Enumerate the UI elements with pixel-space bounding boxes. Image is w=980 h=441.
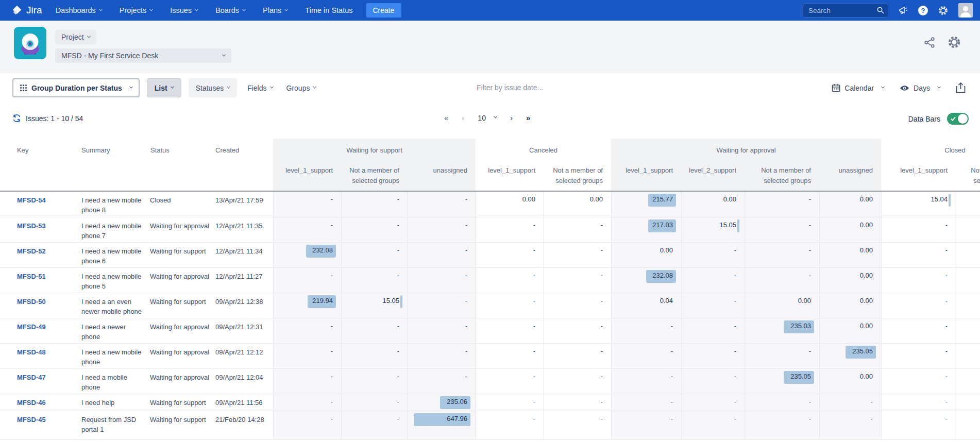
search-input[interactable]	[803, 4, 888, 18]
nav-item-boards[interactable]: Boards	[215, 6, 245, 14]
duration-value: -	[533, 246, 535, 254]
duration-cell: -	[273, 344, 341, 368]
duration-value: -	[601, 322, 603, 330]
issue-key-link[interactable]: MFSD-51	[17, 273, 46, 280]
duration-value: -	[601, 372, 603, 380]
duration-cell: -	[544, 411, 611, 439]
issue-key-link[interactable]: MFSD-49	[17, 323, 46, 331]
column-header-summary: Summary	[77, 139, 146, 191]
duration-value: 217.03	[652, 221, 673, 229]
filter-button-groups[interactable]: Groups	[283, 78, 319, 97]
duration-cell: -	[341, 318, 408, 343]
pagination-prev-button[interactable]: ‹	[462, 113, 464, 122]
chevron-down-icon	[881, 85, 885, 89]
duration-cell: -	[476, 411, 544, 439]
duration-cell	[956, 268, 980, 293]
nav-item-dashboards[interactable]: Dashboards	[56, 6, 102, 14]
duration-cell: -	[408, 344, 476, 368]
help-icon[interactable]: ?	[918, 6, 928, 15]
duration-value: 232.08	[312, 246, 333, 254]
export-icon[interactable]	[956, 82, 966, 93]
pagination-last-button[interactable]: »	[526, 113, 530, 122]
jira-logo[interactable]: Jira	[11, 5, 42, 16]
filter-button-statuses[interactable]: Statuses	[189, 78, 237, 97]
nav-item-projects[interactable]: Projects	[120, 6, 153, 14]
project-scope-label: Project	[61, 33, 84, 41]
data-bars-toggle[interactable]	[947, 113, 969, 125]
nav-item-issues[interactable]: Issues	[170, 6, 198, 14]
page-size-select[interactable]: 10	[478, 114, 497, 122]
duration-cell: 235.05	[745, 369, 819, 394]
user-avatar[interactable]	[958, 3, 973, 18]
pagination-first-button[interactable]: «	[444, 113, 448, 122]
user-avatar-icon	[958, 3, 973, 18]
duration-value: -	[465, 297, 467, 304]
duration-cell: -	[881, 369, 956, 394]
group-column-header: level_1_support	[273, 162, 341, 191]
duration-value: 0.00	[723, 195, 736, 203]
issue-key-link[interactable]: MFSD-46	[17, 399, 46, 406]
units-dropdown[interactable]: Days	[900, 84, 940, 92]
table-row: MFSD-46I need helpWaiting for support09/…	[0, 394, 980, 411]
filter-button-fields[interactable]: Fields	[244, 78, 276, 97]
duration-cell: -	[273, 411, 341, 439]
nav-item-time-in-status[interactable]: Time in Status	[305, 6, 352, 14]
duration-value: -	[734, 398, 736, 405]
issue-key-link[interactable]: MFSD-54	[17, 196, 46, 204]
summary-cell: I need a newer phone	[77, 318, 146, 343]
duration-cell: -	[408, 318, 476, 343]
status-cell: Waiting for support	[146, 411, 211, 439]
duration-value: -	[397, 372, 399, 380]
jira-logo-icon	[11, 5, 23, 16]
duration-cell: -	[476, 243, 544, 267]
duration-cell: -	[819, 411, 881, 439]
duration-cell: -	[611, 411, 681, 439]
duration-cell: -	[681, 268, 745, 293]
filter-button-label: Groups	[286, 84, 310, 92]
table-row: MFSD-52I need a new mobile phone 6Waitin…	[0, 242, 980, 267]
issue-date-filter[interactable]: Filter by issue date...	[477, 83, 543, 92]
duration-cell: -	[881, 217, 956, 242]
duration-value: 0.00	[860, 272, 873, 279]
list-view-button[interactable]: List	[147, 78, 181, 97]
duration-value: 15.04	[931, 195, 948, 203]
duration-cell: -	[681, 243, 745, 267]
create-button[interactable]: Create	[366, 3, 401, 18]
nav-right-cluster: ?	[803, 3, 973, 18]
duration-cell: -	[681, 411, 745, 439]
issue-key-link[interactable]: MFSD-52	[17, 247, 46, 255]
duration-cell	[956, 243, 980, 267]
project-scope-button[interactable]: Project	[55, 30, 96, 44]
created-cell: 09/Apr/21 11:56	[211, 394, 273, 411]
issue-key-link[interactable]: MFSD-50	[17, 298, 46, 306]
data-bars-label: Data Bars	[908, 115, 940, 123]
issue-key-link[interactable]: MFSD-45	[17, 416, 46, 423]
duration-value: -	[331, 372, 333, 380]
duration-value: -	[465, 221, 467, 229]
duration-cell: -	[341, 411, 408, 439]
duration-cell: -	[341, 394, 408, 411]
view-type-button[interactable]: Group Duration per Status	[12, 78, 140, 97]
group-column-header: unassigned	[819, 162, 881, 191]
table-row: MFSD-53I need a new mobile phone 7Waitin…	[0, 217, 980, 242]
project-select[interactable]: MFSD - My First Service Desk	[55, 48, 231, 63]
pagination-next-button[interactable]: ›	[510, 113, 513, 122]
settings-gear-icon[interactable]	[938, 5, 949, 16]
calendar-dropdown[interactable]: Calendar	[832, 83, 884, 92]
report-settings-gear-icon[interactable]	[947, 35, 961, 49]
duration-value: -	[601, 297, 603, 304]
summary-cell: I need a new mobile phone 7	[77, 217, 146, 242]
share-icon[interactable]	[923, 36, 936, 49]
duration-value: 219.94	[312, 297, 333, 304]
pagination: « ‹ 10 › »	[444, 113, 530, 122]
megaphone-icon[interactable]	[898, 5, 908, 15]
issue-key-link[interactable]: MFSD-47	[17, 374, 46, 381]
column-header-status: Status	[146, 139, 211, 191]
issue-key-link[interactable]: MFSD-53	[17, 222, 46, 230]
duration-cell: -	[476, 293, 544, 318]
issue-key-link[interactable]: MFSD-48	[17, 348, 46, 356]
nav-item-plans[interactable]: Plans	[263, 6, 288, 14]
refresh-icon[interactable]	[12, 113, 22, 123]
toggle-knob	[958, 114, 968, 124]
duration-value: -	[945, 372, 948, 380]
